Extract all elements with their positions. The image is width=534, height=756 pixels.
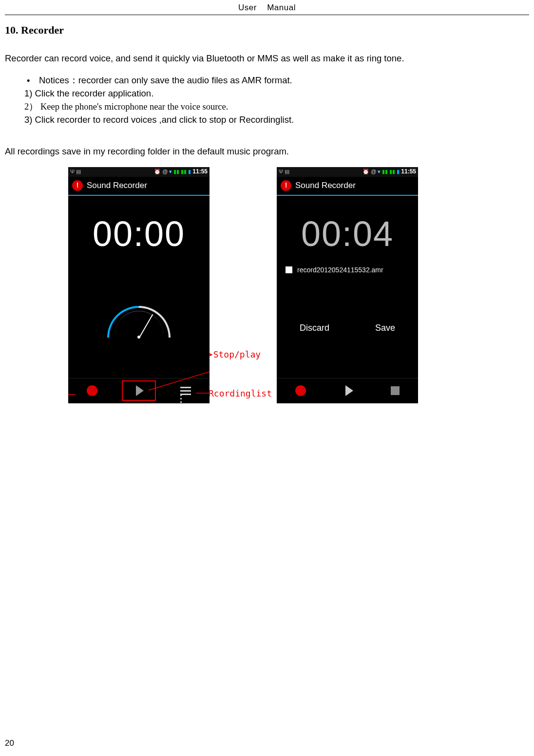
vu-meter-area [68,268,210,378]
alarm-icon: ⏰ [154,168,161,176]
save-button[interactable]: Save [361,317,410,339]
recorder-icon [72,180,83,191]
note-line: All recordings save in my recording fold… [5,145,529,158]
bottom-controls [277,378,418,403]
stop-button[interactable] [391,386,400,395]
play-button[interactable] [345,385,353,396]
signal-icon: ▮▮ [173,168,179,176]
screenshots-row: Ψ ▤ ⏰ @ ▾ ▮▮ ▮▮ ▮ 11:55 Sound Recorder 0 [5,167,529,403]
phone-screenshot-2: Ψ ▤ ⏰ @ ▾ ▮▮ ▮▮ ▮ 11:55 Sound Recorder 0 [277,167,418,403]
app-title-text: Sound Recorder [87,180,147,192]
header-user: User [234,3,261,12]
timer-area: 00:04 record20120524115532.amr [277,196,418,280]
app-title-bar: Sound Recorder [277,177,418,196]
timer-display: 00:04 [301,208,394,259]
battery-icon: ▮ [188,168,191,176]
timer-display: 00:00 [93,208,185,259]
status-bar: Ψ ▤ ⏰ @ ▾ ▮▮ ▮▮ ▮ 11:55 [68,167,210,177]
recording-filename: record20120524115532.amr [297,265,383,275]
phone-screenshot-1: Ψ ▤ ⏰ @ ▾ ▮▮ ▮▮ ▮ 11:55 Sound Recorder 0 [68,167,210,403]
signal-icon: ▮▮ [382,168,388,176]
wifi-icon: ▾ [169,168,172,176]
intro-text: Recorder can record voice, and send it q… [5,52,529,65]
wifi-icon: ▾ [378,168,381,176]
sync-icon: @ [371,168,376,176]
app-title-text: Sound Recorder [295,180,356,192]
usb-icon: Ψ [70,168,75,176]
record-button[interactable] [295,385,306,396]
step-3: 3) Click recorder to record voices ,and … [24,113,529,127]
alarm-icon: ⏰ [362,168,369,176]
app-title-bar: Sound Recorder [68,177,210,196]
signal2-icon: ▮▮ [181,168,187,176]
sd-icon: ▤ [285,168,289,176]
timer-area: 00:00 [68,196,210,268]
status-bar: Ψ ▤ ⏰ @ ▾ ▮▮ ▮▮ ▮ 11:55 [277,167,418,177]
signal2-icon: ▮▮ [389,168,395,176]
battery-icon: ▮ [397,168,400,176]
notice-text: Notices：recorder can only save the audio… [39,74,529,87]
status-time: 11:55 [192,168,208,176]
recorder-icon [281,180,291,191]
sd-icon: ▤ [76,168,81,176]
page-number: 20 [5,738,14,748]
record-button[interactable] [87,385,97,396]
step-1: 1) Click the recorder application. [24,87,529,100]
bottom-controls [68,378,210,403]
discard-button[interactable]: Discard [285,317,344,339]
annotation-stop-play: ➤Stop/play [209,348,261,361]
page-header: User Manual [5,0,529,15]
discard-save-row: Discard Save [277,280,418,378]
vu-meter-icon [107,306,171,340]
annotation-recording-list: Rcordinglist [209,387,272,400]
recording-list-button[interactable] [180,387,191,395]
section-title: 10. Recorder [5,24,534,37]
header-manual: Manual [263,3,300,12]
step-2: 2） Keep the phone's microphone near the … [24,100,529,113]
play-button[interactable] [136,385,144,396]
filename-row: record20120524115532.amr [277,265,418,275]
usb-icon: Ψ [279,168,283,176]
status-time: 11:55 [401,168,416,176]
sync-icon: @ [162,168,168,176]
stop-icon [286,266,292,273]
